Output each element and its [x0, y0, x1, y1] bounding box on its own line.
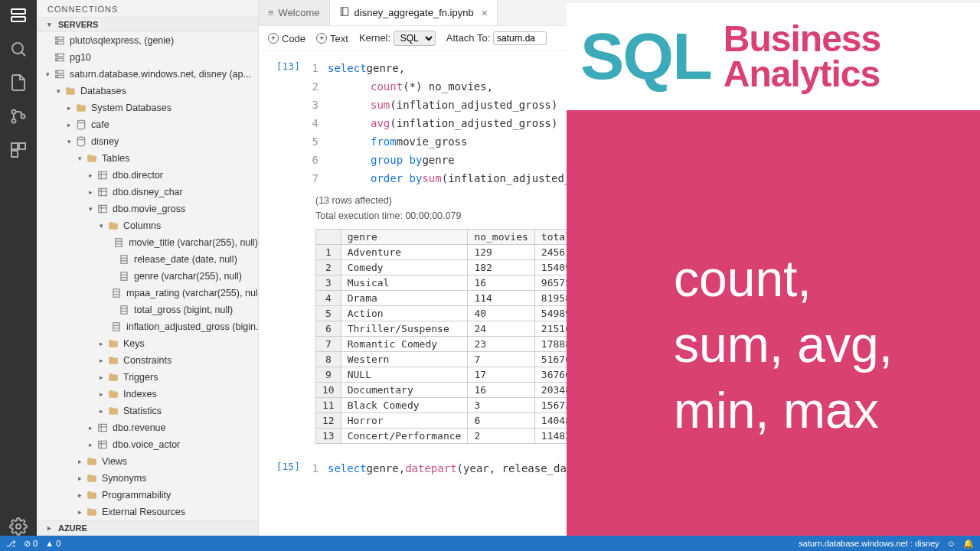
- svg-rect-55: [99, 441, 107, 448]
- search-icon[interactable]: [9, 40, 28, 58]
- connection-status[interactable]: saturn.database.windows.net : disney: [799, 539, 939, 548]
- svg-point-6: [21, 115, 25, 119]
- tree-node[interactable]: ▸System Databases: [37, 99, 258, 116]
- svg-rect-7: [11, 143, 18, 149]
- tree-node[interactable]: ▸External Resources: [37, 504, 258, 520]
- overlay-functions: count, sum, avg, min, max: [674, 246, 893, 443]
- tree-node[interactable]: ▸dbo.director: [37, 167, 258, 184]
- tree-node[interactable]: ▸cafe: [37, 116, 258, 133]
- svg-rect-1: [11, 17, 25, 21]
- tree-node[interactable]: ▸Indexes: [37, 386, 258, 403]
- servers-icon[interactable]: [9, 6, 28, 24]
- cell-prompt: [15]: [266, 459, 308, 478]
- svg-rect-0: [11, 9, 25, 14]
- tree-node[interactable]: ▸dbo.voice_actor: [37, 436, 258, 453]
- logo-ba: Business Analytics: [724, 21, 880, 91]
- svg-rect-9: [11, 151, 18, 157]
- svg-rect-49: [113, 323, 119, 331]
- tree-node[interactable]: ▾disney: [37, 133, 258, 150]
- warnings-indicator[interactable]: ▲ 0: [45, 539, 60, 548]
- svg-point-13: [57, 38, 58, 39]
- tab-welcome[interactable]: ≡Welcome: [259, 0, 330, 25]
- svg-rect-37: [121, 256, 127, 264]
- gear-icon[interactable]: [9, 517, 28, 536]
- tree-node[interactable]: ▸Triggers: [37, 369, 258, 386]
- tree-node[interactable]: ▾Columns: [37, 217, 258, 234]
- logo-sql: SQL: [580, 28, 711, 84]
- svg-rect-28: [99, 188, 107, 195]
- kernel-select[interactable]: SQL: [394, 31, 436, 46]
- tree-node[interactable]: release_date (date, null): [37, 251, 258, 268]
- tree-node[interactable]: ▸Synonyms: [37, 470, 258, 487]
- sidebar: CONNECTIONS ▾SERVERS pluto\sqlexpress, (…: [37, 0, 259, 536]
- svg-point-18: [57, 59, 58, 60]
- tree-node[interactable]: ▸Constraints: [37, 352, 258, 369]
- activity-bar: [0, 0, 37, 536]
- servers-section[interactable]: ▾SERVERS: [37, 17, 258, 32]
- svg-point-14: [57, 42, 58, 43]
- tree-node[interactable]: pluto\sqlexpress, (genie): [37, 32, 258, 49]
- extensions-icon[interactable]: [9, 141, 28, 159]
- kernel-label: Kernel: SQL: [359, 31, 436, 46]
- tree-node[interactable]: inflation_adjusted_gross (bigin...: [37, 318, 258, 335]
- bell-icon[interactable]: 🔔: [963, 539, 974, 549]
- branch-indicator[interactable]: ⎇: [6, 539, 16, 549]
- svg-rect-40: [121, 272, 127, 281]
- tree-node[interactable]: total_gross (bigint, null): [37, 302, 258, 318]
- tree-node[interactable]: ▾saturn.database.windows.net, disney (ap…: [37, 66, 258, 83]
- attach-label: Attach To:: [446, 31, 547, 45]
- tree-node[interactable]: ▸Keys: [37, 335, 258, 352]
- cell-prompt: [13]: [266, 59, 308, 187]
- files-icon[interactable]: [9, 73, 28, 92]
- tree-node[interactable]: mpaa_rating (varchar(255), null): [37, 285, 258, 302]
- status-bar: ⎇ ⊘ 0 ▲ 0 saturn.database.windows.net : …: [0, 536, 980, 551]
- attach-input[interactable]: [493, 31, 547, 45]
- sidebar-title: CONNECTIONS: [37, 0, 258, 17]
- tree-node[interactable]: ▾dbo.movie_gross: [37, 201, 258, 217]
- add-code-button[interactable]: +Code: [268, 33, 305, 44]
- svg-point-22: [57, 76, 58, 77]
- tree-node[interactable]: pg10: [37, 49, 258, 66]
- tab-notebook[interactable]: disney_aggregate_fn.ipynb×: [330, 0, 498, 25]
- tree-node[interactable]: genre (varchar(255), null): [37, 268, 258, 285]
- tree-node[interactable]: ▾Tables: [37, 150, 258, 167]
- svg-point-24: [77, 137, 84, 140]
- add-text-button[interactable]: +Text: [316, 33, 348, 44]
- tree-node[interactable]: ▾Databases: [37, 83, 258, 99]
- tree-node[interactable]: ▸Statistics: [37, 403, 258, 419]
- tree-node[interactable]: ▸dbo.revenue: [37, 419, 258, 436]
- svg-rect-8: [19, 143, 25, 149]
- feedback-icon[interactable]: ☺: [947, 539, 956, 548]
- svg-rect-43: [113, 289, 119, 298]
- tree-node[interactable]: ▸Views: [37, 453, 258, 470]
- errors-indicator[interactable]: ⊘ 0: [24, 539, 38, 549]
- svg-point-17: [57, 55, 58, 56]
- azure-section[interactable]: ▸AZURE: [37, 520, 258, 536]
- svg-rect-34: [116, 239, 122, 247]
- tree: pluto\sqlexpress, (genie)pg10▾saturn.dat…: [37, 32, 258, 520]
- notebook-icon: [339, 6, 350, 19]
- logo-banner: SQL Business Analytics: [567, 3, 980, 110]
- svg-rect-58: [341, 8, 348, 16]
- svg-point-23: [77, 120, 84, 123]
- svg-point-21: [57, 72, 58, 73]
- tree-node[interactable]: movie_title (varchar(255), null): [37, 234, 258, 251]
- svg-rect-52: [99, 424, 107, 431]
- svg-point-2: [12, 43, 23, 54]
- svg-point-10: [16, 524, 21, 529]
- svg-point-4: [12, 110, 16, 114]
- tree-node[interactable]: ▸Programmability: [37, 487, 258, 504]
- promo-overlay: SQL Business Analytics count, sum, avg, …: [567, 47, 980, 536]
- svg-rect-25: [99, 171, 107, 178]
- svg-point-5: [12, 119, 16, 123]
- tree-node[interactable]: ▸dbo.disney_char: [37, 184, 258, 201]
- svg-rect-46: [121, 306, 127, 315]
- source-control-icon[interactable]: [9, 107, 28, 126]
- close-icon[interactable]: ×: [482, 7, 488, 19]
- svg-line-3: [21, 52, 25, 56]
- svg-rect-31: [99, 205, 107, 212]
